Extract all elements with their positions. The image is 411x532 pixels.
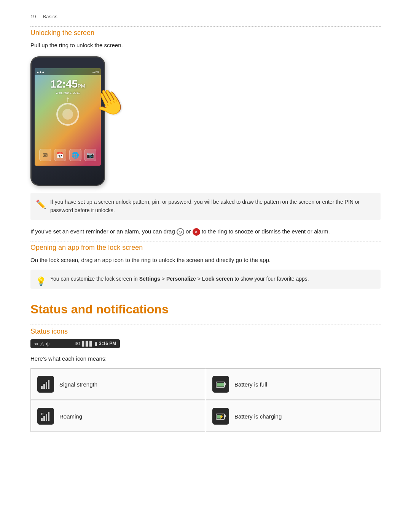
status-section-title: Status and notifications: [30, 302, 381, 316]
note-box: ✏️ If you have set up a screen unlock pa…: [30, 193, 381, 220]
page-number-line: 19 Basics: [30, 14, 381, 19]
phone-time: 12:45PM: [35, 78, 101, 90]
svg-text:⚡: ⚡: [219, 414, 224, 419]
tip-settings: Settings: [139, 276, 160, 282]
sb-icon-arrows: ⇔: [34, 341, 38, 347]
section-divider-status-icons: [30, 324, 381, 324]
svg-rect-3: [48, 380, 49, 389]
phone-ring: [56, 103, 79, 126]
phone-app-calendar: 📅: [54, 149, 66, 161]
icons-grid: Signal strength Battery is full R: [30, 368, 381, 432]
icon-cell-battery-charging: ⚡ Battery is charging: [206, 401, 380, 432]
sb-icon-battery: ▮: [95, 341, 97, 347]
status-bar-image: ⇔ △ ψ 3G ▋▋▋ ▮ 3:16 PM: [30, 339, 120, 348]
roaming-icon-box: R: [37, 408, 54, 425]
drag-text-3: to the ring to snooze or dismiss the eve…: [202, 228, 330, 235]
tip-sep2: >: [196, 276, 202, 282]
tip-personalize: Personalize: [166, 276, 196, 282]
svg-rect-9: [43, 416, 45, 421]
sb-icon-usb: ψ: [46, 341, 49, 347]
svg-rect-1: [43, 384, 45, 389]
phone-mockup: ▲▲▲ 12:45 12:45PM Wed, Mar 9, 2011 ↑ ✉ 📅…: [30, 56, 105, 186]
lockscreen-title: Opening an app from the lock screen: [30, 244, 381, 252]
signal-icon-box: [37, 376, 54, 393]
signal-strength-icon: [40, 379, 51, 390]
tip-box: 💡 You can customize the lock screen in S…: [30, 270, 381, 289]
icon-cell-battery-full: Battery is full: [206, 369, 380, 400]
phone-ring-inner: [62, 109, 73, 120]
icons-description: Here's what each icon means:: [30, 354, 381, 363]
status-icons-title: Status icons: [30, 328, 381, 335]
phone-app-internet: 🌐: [69, 149, 81, 161]
icon-cell-signal: Signal strength: [31, 369, 205, 400]
dismiss-icon: ✕: [193, 228, 200, 236]
unlocking-body: Pull up the ring to unlock the screen.: [30, 41, 381, 50]
svg-rect-10: [46, 414, 47, 421]
svg-rect-6: [217, 383, 224, 387]
sb-icon-3g: 3G: [75, 341, 80, 346]
phone-date: Wed, Mar 9, 2011: [35, 91, 101, 94]
phone-signal-icon: ▲▲▲: [37, 70, 45, 73]
tip-sep1: >: [160, 276, 166, 282]
svg-text:R: R: [41, 412, 44, 416]
phone-image-area: ▲▲▲ 12:45 12:45PM Wed, Mar 9, 2011 ↑ ✉ 📅…: [30, 56, 381, 186]
tip-text-prefix: You can customize the lock screen in: [50, 276, 139, 282]
section-divider-lockscreen: [30, 241, 381, 241]
unlocking-title: Unlocking the screen: [30, 29, 381, 37]
phone-time-suffix: PM: [78, 83, 85, 89]
phone-app-camera: 📷: [84, 149, 96, 161]
phone-bottom-icons: ✉ 📅 🌐 📷: [35, 149, 101, 161]
svg-rect-5: [225, 383, 226, 385]
tip-lockscreen: Lock screen: [202, 276, 233, 282]
signal-strength-label: Signal strength: [59, 381, 97, 388]
svg-rect-11: [48, 412, 49, 421]
note-icon: ✏️: [36, 198, 46, 211]
sb-time: 3:16 PM: [99, 341, 116, 346]
roaming-icon: R: [40, 411, 51, 422]
battery-full-icon: [215, 379, 226, 390]
sb-icon-triangle: △: [40, 341, 44, 347]
phone-screen: ▲▲▲ 12:45 12:45PM Wed, Mar 9, 2011 ↑ ✉ 📅…: [35, 68, 101, 166]
tip-text-suffix: to show your four favorite apps.: [233, 276, 309, 282]
drag-text-1: If you've set an event reminder or an al…: [30, 228, 175, 235]
tip-icon: 💡: [36, 275, 46, 288]
status-bar-right: 3G ▋▋▋ ▮ 3:16 PM: [75, 341, 116, 347]
page-number: 19: [30, 14, 36, 19]
drag-text-paragraph: If you've set an event reminder or an al…: [30, 227, 381, 236]
battery-charging-icon: ⚡: [215, 411, 226, 422]
battery-full-icon-box: [212, 376, 229, 393]
section-divider-unlocking: [30, 26, 381, 27]
lockscreen-body: On the lock screen, drag an app icon to …: [30, 256, 381, 264]
icon-cell-roaming: R Roaming: [31, 401, 205, 432]
drag-text-2: or: [186, 228, 191, 235]
alarm-icon: ⊙: [177, 228, 184, 236]
page-container: 19 Basics Unlocking the screen Pull up t…: [0, 0, 411, 447]
phone-time-status: 12:45: [92, 70, 99, 73]
battery-charging-icon-box: ⚡: [212, 408, 229, 425]
phone-ring-area: ↑: [35, 103, 101, 126]
svg-rect-0: [41, 386, 43, 389]
note-text: If you have set up a screen unlock patte…: [50, 199, 360, 213]
page-section: Basics: [43, 14, 57, 19]
svg-rect-2: [46, 382, 47, 389]
battery-full-label: Battery is full: [234, 381, 267, 388]
phone-status-bar: ▲▲▲ 12:45: [35, 68, 101, 75]
phone-arrow-up: ↑: [66, 94, 70, 104]
svg-rect-8: [41, 418, 43, 421]
svg-rect-13: [225, 415, 226, 417]
sb-icon-signal: ▋▋▋: [82, 341, 93, 347]
roaming-label: Roaming: [59, 413, 82, 420]
phone-app-mail: ✉: [39, 149, 51, 161]
battery-charging-label: Battery is charging: [234, 413, 282, 420]
status-bar-left: ⇔ △ ψ: [34, 341, 49, 347]
